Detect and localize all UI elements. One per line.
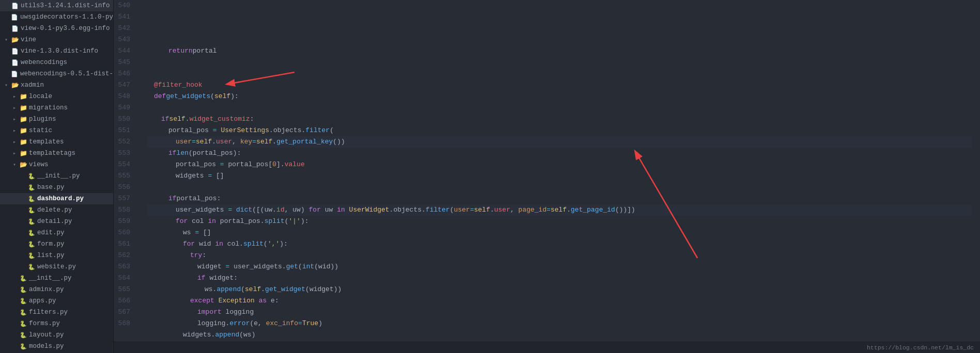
folder-icon: 📁 [19,127,28,135]
sidebar-item-base_py[interactable]: 🐍base.py [0,182,113,193]
tree-expand-arrow: ▾ [2,82,10,88]
sidebar-item-website_py[interactable]: 🐍website.py [0,261,113,272]
python-file-icon: 🐍 [19,332,28,339]
sidebar-item-forms_py[interactable]: 🐍forms.py [0,318,113,329]
file-icon: 📄 [10,3,20,9]
line-numbers: 5405415425435445455465475485495505515525… [114,0,138,342]
python-file-icon: 🐍 [19,286,28,293]
sidebar-item-label: vine [21,36,36,43]
code-line-564: logging.error(e, exc_info=True) [147,318,972,329]
file-icon: 📄 [10,14,19,21]
line-number: 542 [114,23,134,34]
file-icon: 📄 [10,25,20,32]
sidebar-item-label: list.py [37,252,65,259]
code-line-542 [147,68,972,79]
line-number: 559 [114,216,134,227]
line-number: 549 [114,102,134,114]
sidebar-item-label: plugins [29,116,56,123]
sidebar-item-adminx_py[interactable]: 🐍adminx.py [0,284,113,295]
sidebar-item-label: templatetags [29,150,75,157]
tree-expand-arrow: ▸ [10,150,19,156]
sidebar-item-dashboard_py[interactable]: 🐍dashboard.py [0,193,113,204]
tree-expand-arrow: ▸ [10,116,19,122]
line-number: 548 [114,91,134,102]
sidebar-item-view-egg[interactable]: 📄view-0.1-py3.6.egg-info [0,23,113,34]
python-file-icon: 🐍 [27,207,36,214]
python-file-icon: 🐍 [19,343,28,350]
sidebar-item-label: static [29,127,52,134]
line-number: 547 [114,79,134,91]
line-number: 553 [114,148,134,159]
sidebar-item-filters_py[interactable]: 🐍filters.py [0,307,113,318]
line-number: 550 [114,114,134,125]
code-line-549: if len(portal_pos): [147,148,972,159]
tree-expand-arrow: ▸ [10,93,19,100]
line-number: 557 [114,193,134,204]
sidebar-item-xadmin[interactable]: ▾📂xadmin [0,79,113,91]
sidebar-item-webencodings-dist[interactable]: 📄webencodings-0.5.1-dist- [0,68,113,79]
sidebar-item-vine-dist[interactable]: 📄vine-1.3.0.dist-info [0,45,113,57]
sidebar-item-init_xadmin[interactable]: 🐍__init__.py [0,272,113,284]
folder-icon: 📂 [19,161,28,169]
sidebar-item-models_py[interactable]: 🐍models.py [0,341,113,352]
sidebar-item-label: utils3-1.24.1.dist-info [21,2,110,9]
status-bar: https://blog.csdn.net/lm_is_dc [114,342,980,353]
code-line-541 [147,57,972,68]
sidebar-item-utils[interactable]: 📄utils3-1.24.1.dist-info [0,0,113,11]
file-tree-sidebar: 📄utils3-1.24.1.dist-info📄uwsgidecorators… [0,0,114,353]
python-file-icon: 🐍 [27,218,36,225]
folder-icon: 📁 [19,104,28,112]
sidebar-item-label: vine-1.3.0.dist-info [21,47,98,55]
sidebar-item-plugins[interactable]: ▸📁plugins [0,114,113,125]
sidebar-item-edit_py[interactable]: 🐍edit.py [0,227,113,238]
sidebar-item-form_py[interactable]: 🐍form.py [0,238,113,250]
python-file-icon: 🐍 [27,264,36,270]
sidebar-item-layout_py[interactable]: 🐍layout.py [0,329,113,341]
code-line-565: widgets.append(ws) [147,329,972,341]
code-line-543: @filter_hook [147,79,972,91]
line-number: 555 [114,170,134,182]
sidebar-item-detail_py[interactable]: 🐍detail.py [0,216,113,227]
sidebar-item-templates[interactable]: ▸📁templates [0,136,113,148]
sidebar-item-locale[interactable]: ▸📁locale [0,91,113,102]
sidebar-item-init_views[interactable]: 🐍__init__.py [0,170,113,182]
python-file-icon: 🐍 [19,298,28,304]
code-line-545 [147,102,972,114]
folder-icon: 📁 [19,93,28,101]
sidebar-item-label: dashboard.py [37,195,84,202]
sidebar-item-list_py[interactable]: 🐍list.py [0,250,113,261]
sidebar-item-label: delete.py [37,206,72,214]
sidebar-item-vine[interactable]: ▾📂vine [0,34,113,45]
line-number: 561 [114,238,134,250]
line-number: 565 [114,284,134,295]
sidebar-item-views[interactable]: ▾📂views [0,159,113,170]
line-number: 554 [114,159,134,170]
sidebar-item-label: view-0.1-py3.6.egg-info [21,25,110,32]
code-line-561: ws.append(self.get_widget(widget)) [147,284,972,295]
sidebar-item-delete_py[interactable]: 🐍delete.py [0,204,113,216]
code-line-552 [147,182,972,193]
code-line-558: try: [147,250,972,261]
sidebar-item-label: models.py [29,343,64,350]
sidebar-item-webencodings[interactable]: 📄webencodings [0,57,113,68]
sidebar-item-label: forms.py [29,320,60,327]
code-line-555: for col in portal_pos.split('|'): [147,216,972,227]
folder-icon: 📂 [10,36,20,44]
line-number: 545 [114,57,134,68]
code-line-544: def get_widgets(self): [147,91,972,102]
code-line-547: portal_pos = UserSettings.objects.filter… [147,125,972,136]
sidebar-item-migrations[interactable]: ▸📁migrations [0,102,113,114]
sidebar-item-label: locale [29,93,52,100]
line-number: 541 [114,11,134,23]
line-number: 562 [114,250,134,261]
sidebar-item-label: xadmin [21,82,44,89]
python-file-icon: 🐍 [19,275,28,282]
code-line-546: if self.widget_customiz: [147,114,972,125]
line-number: 568 [114,318,134,329]
sidebar-item-static[interactable]: ▸📁static [0,125,113,136]
code-line-550: portal_pos = portal_pos[0].value [147,159,972,170]
sidebar-item-uwsgidecorators[interactable]: 📄uwsgidecorators-1.1.0-py [0,11,113,23]
sidebar-item-templatetags[interactable]: ▸📁templatetags [0,148,113,159]
file-icon: 📄 [10,71,19,77]
sidebar-item-apps_py[interactable]: 🐍apps.py [0,295,113,307]
